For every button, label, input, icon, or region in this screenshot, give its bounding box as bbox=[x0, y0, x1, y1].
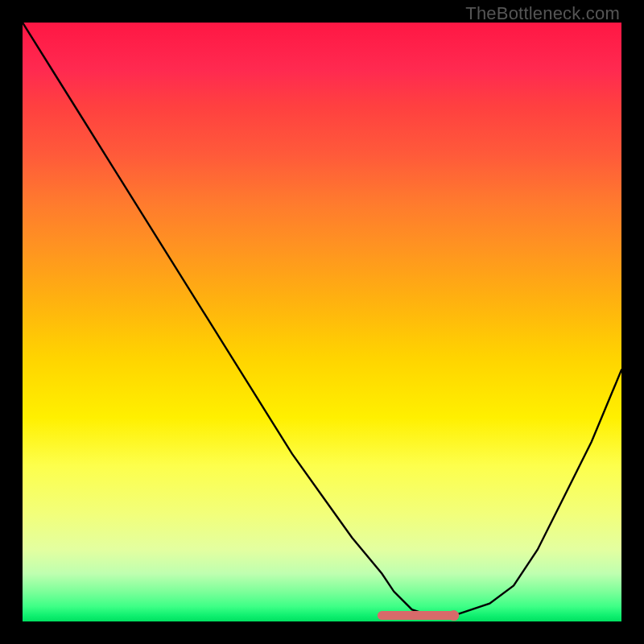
watermark-text: TheBottleneck.com bbox=[465, 3, 620, 24]
chart-overlay bbox=[23, 23, 621, 621]
minimum-end-dot bbox=[448, 610, 459, 621]
chart-frame: TheBottleneck.com bbox=[0, 0, 644, 644]
bottleneck-curve bbox=[23, 23, 621, 616]
